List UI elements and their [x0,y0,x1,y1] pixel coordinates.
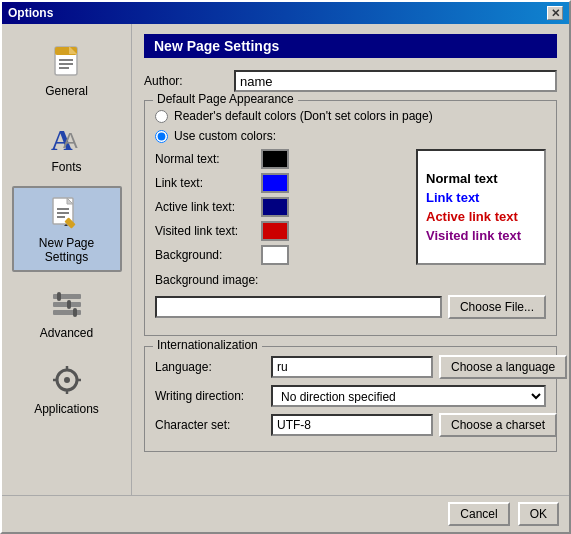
sidebar-item-newpage-label: New Page Settings [22,236,112,264]
background-swatch[interactable] [261,245,289,265]
title-bar: Options ✕ [2,2,569,24]
newpage-icon [47,194,87,234]
link-text-row: Link text: [155,173,408,193]
active-link-label: Active link text: [155,200,255,214]
fonts-icon: A A [47,118,87,158]
radio-readers-default[interactable] [155,110,168,123]
language-row: Language: Choose a language [155,355,546,379]
choose-language-button[interactable]: Choose a language [439,355,567,379]
svg-rect-20 [73,308,77,317]
normal-text-swatch[interactable] [261,149,289,169]
colors-grid: Normal text: Link text: Active link text… [155,149,546,265]
bg-image-input[interactable] [155,296,442,318]
advanced-icon [47,284,87,324]
preview-link: Link text [426,190,536,205]
bg-image-input-row: Choose File... [155,295,546,319]
writing-dir-select[interactable]: No direction specified [271,385,546,407]
bg-image-row: Background image: [155,273,546,287]
charset-label: Character set: [155,418,265,432]
preview-normal: Normal text [426,171,536,186]
background-row: Background: [155,245,408,265]
main-panel: New Page Settings Author: Default Page A… [132,24,569,495]
language-input[interactable] [271,356,433,378]
sidebar-item-advanced[interactable]: Advanced [12,276,122,348]
charset-input[interactable] [271,414,433,436]
author-label: Author: [144,74,234,88]
preview-visited-link: Visited link text [426,228,536,243]
radio-use-custom-label: Use custom colors: [174,129,276,143]
sidebar-item-new-page-settings[interactable]: New Page Settings [12,186,122,272]
choose-charset-button[interactable]: Choose a charset [439,413,557,437]
visited-link-label: Visited link text: [155,224,255,238]
sidebar: General A A Fonts [2,24,132,495]
ok-button[interactable]: OK [518,502,559,526]
intl-group: Internationalization Language: Choose a … [144,346,557,452]
charset-row: Character set: Choose a charset [155,413,546,437]
sidebar-item-general[interactable]: General [12,34,122,106]
link-text-swatch[interactable] [261,173,289,193]
sidebar-item-fonts-label: Fonts [51,160,81,174]
options-window: Options ✕ General [0,0,571,534]
active-link-row: Active link text: [155,197,408,217]
writing-dir-row: Writing direction: No direction specifie… [155,385,546,407]
bg-image-label: Background image: [155,273,258,287]
preview-active-link: Active link text [426,209,536,224]
sidebar-item-applications[interactable]: Applications [12,352,122,424]
panel-title: New Page Settings [144,34,557,58]
color-preview-box: Normal text Link text Active link text V… [416,149,546,265]
sidebar-item-applications-label: Applications [34,402,99,416]
visited-link-swatch[interactable] [261,221,289,241]
radio-use-custom[interactable] [155,130,168,143]
radio-readers-default-row: Reader's default colors (Don't set color… [155,109,546,123]
normal-text-label: Normal text: [155,152,255,166]
window-title: Options [8,6,53,20]
sidebar-item-general-label: General [45,84,88,98]
writing-dir-label: Writing direction: [155,389,265,403]
radio-readers-default-label: Reader's default colors (Don't set color… [174,109,433,123]
visited-link-row: Visited link text: [155,221,408,241]
sidebar-item-fonts[interactable]: A A Fonts [12,110,122,182]
main-content: General A A Fonts [2,24,569,495]
background-label: Background: [155,248,255,262]
close-button[interactable]: ✕ [547,6,563,20]
svg-rect-19 [67,300,71,309]
default-appearance-title: Default Page Appearance [153,92,298,106]
choose-file-button[interactable]: Choose File... [448,295,546,319]
normal-text-row: Normal text: [155,149,408,169]
applications-icon [47,360,87,400]
svg-rect-18 [57,292,61,301]
link-text-label: Link text: [155,176,255,190]
svg-point-22 [64,377,70,383]
sidebar-item-advanced-label: Advanced [40,326,93,340]
active-link-swatch[interactable] [261,197,289,217]
author-input[interactable] [234,70,557,92]
general-icon [47,42,87,82]
colors-left: Normal text: Link text: Active link text… [155,149,408,265]
footer-bar: Cancel OK [2,495,569,532]
svg-text:A: A [63,128,78,153]
radio-use-custom-row: Use custom colors: [155,129,546,143]
cancel-button[interactable]: Cancel [448,502,509,526]
default-appearance-group: Default Page Appearance Reader's default… [144,100,557,336]
intl-title: Internationalization [153,338,262,352]
author-row: Author: [144,70,557,92]
language-label: Language: [155,360,265,374]
